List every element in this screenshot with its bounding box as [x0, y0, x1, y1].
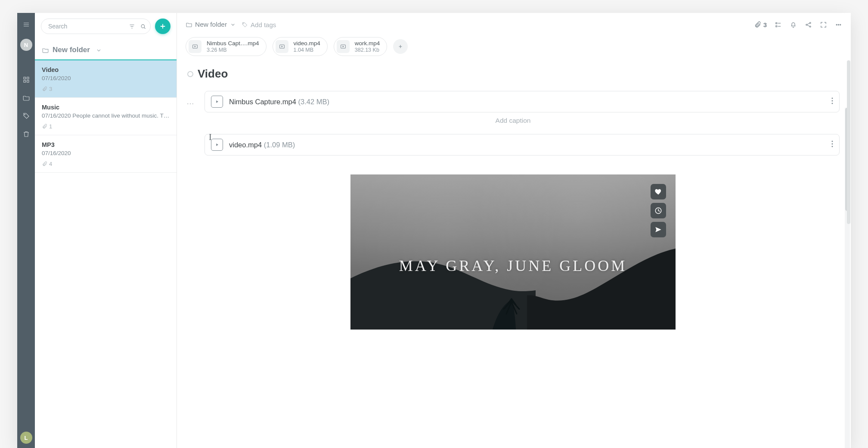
svg-point-14: [840, 24, 841, 25]
add-attachment-button[interactable]: [393, 39, 408, 54]
notes-panel: New folder Video 07/16/2020 3 Music 07/1…: [35, 13, 177, 448]
svg-rect-0: [24, 77, 26, 79]
add-tags-input[interactable]: Add tags: [242, 21, 276, 28]
svg-point-11: [809, 26, 811, 27]
panel-scrollbar[interactable]: [846, 36, 851, 448]
video-file-icon: [211, 139, 223, 151]
svg-point-13: [838, 24, 839, 25]
attachments-button[interactable]: 3: [754, 21, 767, 28]
attachment-chip-name: video.mp4: [294, 40, 320, 47]
attachment-chip[interactable]: video.mp4 1.04 MB: [273, 37, 328, 56]
svg-point-20: [832, 103, 833, 104]
breadcrumb-label: New folder: [195, 21, 227, 28]
chevron-down-icon: [229, 21, 236, 28]
new-note-button[interactable]: [155, 19, 170, 34]
paperclip-icon: [754, 21, 761, 28]
breadcrumb[interactable]: New folder: [186, 21, 236, 28]
folder-icon: [186, 21, 192, 28]
note-item[interactable]: Music 07/16/2020 People cannot live with…: [35, 98, 177, 135]
share-icon[interactable]: [805, 21, 812, 28]
attachment-chip-size: 3.26 MB: [207, 47, 259, 53]
search-icon[interactable]: [140, 23, 146, 30]
video-file-icon: [276, 40, 288, 53]
file-size: (3.42 MB): [298, 98, 329, 106]
svg-point-4: [24, 114, 25, 115]
note-item-attachments: 1: [42, 123, 170, 130]
user-avatar[interactable]: L: [20, 432, 32, 444]
caption-input[interactable]: Add caption: [186, 117, 840, 124]
video-embed[interactable]: MAY GRAY, JUNE GLOOM: [350, 174, 676, 330]
svg-point-10: [809, 22, 811, 23]
attachment-chip-size: 1.04 MB: [294, 47, 320, 53]
paperclip-icon: [42, 124, 47, 129]
svg-rect-7: [776, 22, 777, 24]
note-list: Video 07/16/2020 3 Music 07/16/2020 Peop…: [35, 60, 177, 448]
workspace-avatar-letter: N: [24, 42, 28, 48]
file-block[interactable]: Nimbus Capture.mp4 (3.42 MB): [205, 91, 840, 112]
more-icon[interactable]: [835, 21, 842, 28]
menu-icon[interactable]: [22, 21, 30, 28]
video-file-icon: [337, 40, 350, 53]
attachment-chips-row: Nimbus Capt….mp4 3.26 MB video.mp4 1.04 …: [177, 36, 851, 62]
svg-point-23: [832, 146, 833, 147]
svg-point-5: [141, 25, 145, 28]
note-item-title: Music: [42, 104, 170, 111]
attachment-chip[interactable]: work.mp4 382.13 Kb: [334, 37, 388, 56]
watch-later-icon[interactable]: [651, 203, 666, 218]
file-line: Nimbus Capture.mp4 (3.42 MB): [229, 98, 329, 106]
paperclip-icon: [42, 86, 47, 92]
share-icon[interactable]: [651, 222, 666, 237]
svg-point-6: [243, 23, 244, 24]
main-panel: New folder Add tags 3: [177, 13, 851, 448]
trash-icon[interactable]: [22, 130, 30, 138]
title-bullet-icon: [187, 71, 193, 77]
filter-icon[interactable]: [128, 23, 135, 30]
main-topbar: New folder Add tags 3: [177, 13, 851, 36]
svg-rect-1: [27, 77, 29, 79]
file-block[interactable]: video.mp4 (1.09 MB): [205, 134, 840, 156]
paperclip-icon: [42, 161, 47, 167]
note-item-title: Video: [42, 66, 170, 73]
user-avatar-letter: L: [25, 435, 28, 441]
search-wrap: [41, 19, 151, 34]
note-item[interactable]: Video 07/16/2020 3: [35, 60, 177, 98]
note-title[interactable]: Video: [198, 67, 228, 81]
svg-point-22: [832, 143, 833, 145]
workspace-avatar[interactable]: N: [20, 39, 32, 51]
todo-icon[interactable]: [775, 21, 782, 28]
file-size: (1.09 MB): [264, 141, 295, 149]
folder-icon[interactable]: [22, 94, 30, 102]
svg-point-19: [832, 100, 833, 102]
note-item-attachments: 4: [42, 161, 170, 167]
svg-rect-8: [776, 25, 777, 27]
svg-point-12: [836, 24, 837, 25]
folder-breadcrumb[interactable]: New folder: [35, 40, 177, 60]
note-item-subtitle: 07/16/2020 People cannot live without mu…: [42, 112, 170, 119]
tag-icon[interactable]: [22, 112, 30, 120]
expand-icon[interactable]: [820, 21, 827, 28]
file-more-icon[interactable]: [831, 97, 833, 106]
svg-point-21: [832, 141, 833, 142]
attachment-chip[interactable]: Nimbus Capt….mp4 3.26 MB: [186, 37, 267, 56]
apps-icon[interactable]: [22, 76, 30, 84]
note-item-subtitle: 07/16/2020: [42, 75, 170, 81]
note-body[interactable]: Video … Nimbus Capture.mp4 (3.42 MB): [177, 62, 851, 448]
note-item[interactable]: MP3 07/16/2020 4: [35, 135, 177, 173]
file-line: video.mp4 (1.09 MB): [229, 141, 295, 149]
file-name: Nimbus Capture.mp4: [229, 98, 296, 106]
note-item-subtitle: 07/16/2020: [42, 150, 170, 156]
attachment-chip-name: Nimbus Capt….mp4: [207, 40, 259, 47]
attachment-chip-size: 382.13 Kb: [355, 47, 380, 53]
svg-rect-3: [27, 81, 29, 83]
note-item-attachments: 3: [42, 86, 170, 92]
file-more-icon[interactable]: [831, 140, 833, 149]
chevron-down-icon: [95, 47, 102, 54]
folder-icon: [42, 47, 49, 54]
folder-breadcrumb-label: New folder: [53, 46, 90, 54]
reminder-icon[interactable]: [790, 21, 797, 28]
svg-rect-2: [24, 81, 26, 83]
attachments-count: 3: [763, 21, 767, 28]
video-file-icon: [211, 96, 223, 108]
like-icon[interactable]: [651, 184, 666, 199]
block-drag-handle[interactable]: …: [186, 97, 194, 106]
